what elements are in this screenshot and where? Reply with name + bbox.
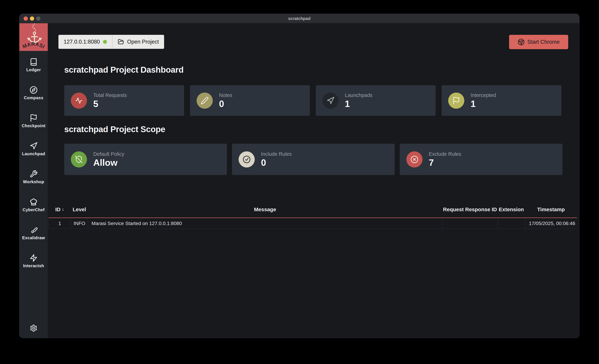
open-project-button[interactable]: Open Project	[113, 35, 164, 49]
column-header-id[interactable]: ID ↕	[48, 206, 71, 213]
log-table-row[interactable]: 1 INFO Marasi Service Started on 127.0.0…	[48, 218, 577, 229]
card-total-requests: Total Requests 5	[64, 85, 184, 116]
column-header-level[interactable]: Level	[71, 206, 88, 213]
settings-button[interactable]	[30, 324, 37, 332]
sidebar-item-label: CyberChef	[23, 207, 45, 212]
card-exclude-rules: Exclude Rules 7	[400, 144, 563, 175]
default-policy-badge	[71, 151, 87, 168]
card-label: Exclude Rules	[429, 151, 461, 157]
sort-icon: ↕	[62, 207, 64, 212]
sidebar-item-checkpoint[interactable]: Checkpoint	[19, 112, 48, 140]
start-chrome-button[interactable]: Start Chrome	[509, 35, 568, 49]
card-notes: Notes 0	[190, 85, 310, 116]
log-cell-request-response-id	[442, 218, 498, 229]
pencil-icon	[201, 97, 209, 105]
sidebar-item-label: Excalidraw	[22, 235, 45, 240]
card-value: 1	[471, 99, 496, 109]
chef-hat-icon	[30, 198, 38, 206]
card-label: Intercepted	[471, 92, 496, 98]
sidebar-item-excalidraw[interactable]: Excalidraw	[19, 224, 48, 252]
column-header-extension[interactable]: Extension	[498, 206, 525, 213]
sidebar-item-compass[interactable]: Compass	[19, 84, 48, 112]
sidebar-item-ledger[interactable]: Ledger	[19, 56, 48, 84]
sidebar-item-label: Launchpad	[22, 151, 45, 156]
log-cell-id: 1	[48, 218, 71, 229]
lightning-icon	[30, 254, 38, 262]
dashboard-cards: Total Requests 5 Notes 0	[64, 85, 561, 116]
start-chrome-label: Start Chrome	[528, 39, 560, 45]
exclude-rules-badge	[406, 151, 423, 168]
notes-badge	[197, 93, 213, 109]
gear-icon	[30, 324, 37, 332]
card-value: 7	[429, 158, 461, 168]
scope-title: scratchpad Project Scope	[64, 124, 165, 134]
sidebar-item-interactsh[interactable]: Interactsh	[19, 252, 48, 280]
minimize-window-button[interactable]	[30, 17, 34, 21]
column-header-request-response-id[interactable]: Request Response ID	[442, 206, 498, 213]
card-value: 0	[219, 99, 232, 109]
app-window: scratchpad MARASI	[19, 14, 579, 338]
proxy-address[interactable]: 127.0.0.1:8080	[58, 35, 112, 49]
brush-icon	[30, 226, 38, 234]
card-launchpads: Launchpads 1	[316, 85, 436, 116]
launchpads-badge	[322, 93, 338, 109]
title-bar: scratchpad	[19, 14, 579, 23]
log-cell-extension	[498, 218, 525, 229]
sidebar: MARASI Ledger Compass	[19, 23, 48, 338]
shield-off-icon	[75, 155, 83, 163]
sidebar-item-label: Interactsh	[23, 263, 44, 268]
check-circle-icon	[243, 155, 251, 163]
sidebar-item-label: Checkpoint	[22, 123, 45, 128]
paper-plane-icon	[326, 97, 335, 105]
sidebar-item-label: Workshop	[23, 179, 44, 184]
column-header-message[interactable]: Message	[88, 206, 442, 213]
window-controls	[24, 14, 40, 23]
window-title: scratchpad	[288, 16, 310, 21]
flag-icon	[30, 114, 38, 122]
zoom-window-button[interactable]	[36, 17, 40, 21]
column-header-timestamp[interactable]: Timestamp	[525, 206, 577, 213]
sidebar-item-workshop[interactable]: Workshop	[19, 168, 48, 196]
card-label: Include Rules	[261, 151, 292, 157]
card-value: 5	[93, 99, 127, 109]
paper-plane-icon	[30, 142, 38, 150]
proxy-address-text: 127.0.0.1:8080	[64, 39, 100, 45]
activity-pulse-icon	[75, 97, 83, 105]
sidebar-nav: Ledger Compass Checkpoint	[19, 56, 48, 280]
x-circle-icon	[410, 155, 418, 163]
total-requests-badge	[71, 93, 87, 109]
log-cell-level: INFO	[71, 218, 88, 229]
log-table-header: ID ↕ Level Message Request Response ID E…	[48, 201, 577, 218]
card-label: Notes	[219, 92, 232, 98]
sidebar-item-label: Compass	[24, 95, 43, 100]
sidebar-item-launchpad[interactable]: Launchpad	[19, 140, 48, 168]
card-default-policy: Default Policy Allow	[64, 144, 227, 175]
card-label: Launchpads	[345, 92, 372, 98]
card-value: 1	[345, 99, 372, 109]
proxy-status-dot	[103, 40, 107, 44]
sidebar-item-cyberchef[interactable]: CyberChef	[19, 196, 48, 224]
log-cell-message: Marasi Service Started on 127.0.0.1:8080	[88, 218, 442, 229]
scope-cards: Default Policy Allow Include Rules 0	[64, 144, 563, 175]
marasi-logo: MARASI	[19, 23, 48, 51]
card-label: Default Policy	[93, 151, 124, 157]
include-rules-badge	[239, 151, 255, 168]
dashboard-title: scratchpad Project Dashboard	[64, 65, 184, 75]
proxy-control: 127.0.0.1:8080 Open Project	[58, 35, 164, 49]
intercepted-badge	[448, 93, 464, 109]
card-value: 0	[261, 158, 292, 168]
folder-open-icon	[118, 39, 124, 45]
chrome-icon	[518, 38, 525, 45]
card-include-rules: Include Rules 0	[232, 144, 395, 175]
wrench-icon	[30, 170, 38, 178]
card-label: Total Requests	[93, 92, 127, 98]
main-content: 127.0.0.1:8080 Open Project	[48, 23, 579, 338]
sidebar-item-label: Ledger	[26, 67, 41, 72]
card-value: Allow	[93, 158, 124, 168]
card-intercepted: Intercepted 1	[441, 85, 561, 116]
book-icon	[30, 58, 38, 66]
compass-icon	[30, 86, 38, 94]
flag-icon	[452, 97, 460, 105]
close-window-button[interactable]	[24, 17, 28, 21]
log-cell-timestamp: 17/05/2025, 00:06:46	[525, 218, 577, 229]
